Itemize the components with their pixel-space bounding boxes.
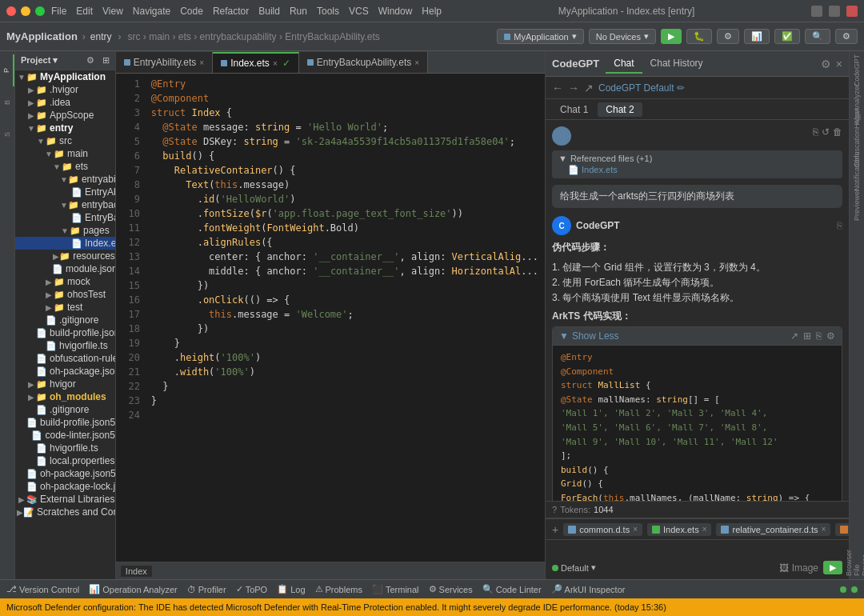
attachment-relative[interactable]: relative_container.d.ts × <box>716 523 830 536</box>
tree-item-module-json[interactable]: 📄 module.json5 <box>15 262 115 275</box>
tree-item-local-props[interactable]: 📄 local.properties <box>15 454 115 467</box>
attachment-common[interactable]: common.d.ts × <box>563 523 642 536</box>
tree-item-ohpackage2[interactable]: 📄 oh-package.json5 <box>15 467 115 480</box>
chat-tab-1[interactable]: Chat 1 <box>552 102 596 117</box>
minimize-window-btn[interactable] <box>21 6 30 16</box>
tree-item-ets[interactable]: ▼ 📁 ets <box>15 160 115 173</box>
tree-item-idea[interactable]: ▶ 📁 .idea <box>15 96 115 109</box>
tree-item-gitignore1[interactable]: 📄 .gitignore <box>15 314 115 326</box>
sidebar-gear-icon[interactable]: ⚙ <box>84 54 97 66</box>
tree-item-scratches[interactable]: ▶ 📝 Scratches and Consoles <box>15 506 115 518</box>
project-selector-btn[interactable]: MyApplication ▾ <box>497 29 583 44</box>
tree-item-oh-modules[interactable]: ▶ 📁 oh_modules <box>15 390 115 403</box>
menu-file[interactable]: File <box>51 6 66 17</box>
refresh-action-btn[interactable]: ↺ <box>822 126 830 138</box>
delete-action-btn[interactable]: 🗑 <box>833 126 842 138</box>
menu-view[interactable]: View <box>102 6 123 17</box>
tab-chat[interactable]: Chat <box>606 54 642 74</box>
copy-action-btn[interactable]: ⎘ <box>813 126 818 138</box>
left-icon-bookmarks[interactable]: B <box>0 86 14 118</box>
menu-build[interactable]: Build <box>258 6 280 17</box>
tree-item-entrybackup-file[interactable]: 📄 EntryBackupAbili... <box>15 211 115 224</box>
tree-item-ohostest[interactable]: ▶ 📁 ohosTest <box>15 288 115 301</box>
right-icon-previewer[interactable]: Previewer <box>850 189 864 221</box>
codegpt-back-btn[interactable]: ← <box>552 82 563 94</box>
code-action-settings[interactable]: ⚙ <box>826 330 835 342</box>
code-action-share[interactable]: ↗ <box>790 330 798 342</box>
chat-tab-2[interactable]: Chat 2 <box>598 102 642 117</box>
sidebar-layout-icon[interactable]: ⊞ <box>100 54 112 66</box>
tree-item-hvigor[interactable]: ▶ 📁 .hvigor <box>15 83 115 96</box>
debug-button[interactable]: 🐛 <box>686 29 712 44</box>
tab-index[interactable]: Index.ets × ✓ <box>213 52 299 73</box>
settings-btn[interactable]: ⚙ <box>835 29 858 44</box>
tree-item-src[interactable]: ▼ 📁 src <box>15 134 115 147</box>
menu-help[interactable]: Help <box>422 6 442 17</box>
maximize-window-btn[interactable] <box>35 6 45 16</box>
status-arkui-inspector[interactable]: 🔎 ArkUI Inspector <box>551 584 626 594</box>
status-todo[interactable]: ✓ ToPO <box>236 584 268 594</box>
right-icon-codegpt[interactable]: CodeGPT <box>850 54 864 86</box>
tree-item-resources[interactable]: ▶ 📁 resources <box>15 250 115 262</box>
tree-item-obfuscation[interactable]: 📄 obfuscation-rules.txt <box>15 352 115 365</box>
ref-header[interactable]: ▼ Referenced files (+1) <box>558 154 836 163</box>
tree-item-index-ets[interactable]: 📄 Index.ets <box>15 237 115 250</box>
model-selector[interactable]: Default ▾ <box>552 562 596 573</box>
tab-entryability[interactable]: EntryAbility.ets × <box>116 52 213 73</box>
menu-code[interactable]: Code <box>180 6 203 17</box>
tab-entrybackup[interactable]: EntryBackupAbility.ets × <box>299 52 428 73</box>
window-controls[interactable] <box>6 6 45 16</box>
tree-item-entrybackupability[interactable]: ▼ 📁 entrybackupability <box>15 198 115 211</box>
menu-navigate[interactable]: Navigate <box>133 6 170 17</box>
add-attachment-btn[interactable]: + <box>552 523 558 536</box>
run-button[interactable]: ▶ <box>661 29 682 44</box>
attachment-float[interactable]: float.json × <box>835 523 849 536</box>
menu-vcs[interactable]: VCS <box>349 6 369 17</box>
tree-item-entryability[interactable]: ▼ 📁 entryability <box>15 173 115 186</box>
attachment-index[interactable]: Index.ets × <box>647 523 711 536</box>
status-services[interactable]: ⚙ Services <box>429 584 473 594</box>
tree-item-entry[interactable]: ▼ 📁 entry <box>15 122 115 134</box>
menu-refactor[interactable]: Refactor <box>213 6 249 17</box>
show-less-btn[interactable]: ▼ Show Less <box>559 330 619 342</box>
image-attach-btn[interactable]: 🖼 Image <box>779 562 818 574</box>
device-selector-btn[interactable]: No Devices ▾ <box>589 29 656 44</box>
codegpt-close-icon[interactable]: × <box>836 58 842 70</box>
status-problems[interactable]: ⚠ Problems <box>315 584 362 594</box>
chat-input[interactable] <box>552 545 842 558</box>
menu-tools[interactable]: Tools <box>317 6 339 17</box>
tree-item-test[interactable]: ▶ 📁 test <box>15 301 115 314</box>
tree-item-pages[interactable]: ▼ 📁 pages <box>15 224 115 237</box>
attach-debugger-btn[interactable]: ⚙ <box>717 29 739 44</box>
tree-item-mock[interactable]: ▶ 📁 mock <box>15 275 115 288</box>
tree-item-hvigorfile2[interactable]: 📄 hvigorfile.ts <box>15 442 115 454</box>
right-icon-obfuscation[interactable]: ObfuscationHelper <box>850 122 864 154</box>
tree-item-gitignore2[interactable]: 📄 .gitignore <box>15 403 115 416</box>
left-icon-structure[interactable]: S <box>0 118 14 150</box>
tree-item-hvigor-folder[interactable]: ▶ 📁 hvigor <box>15 378 115 390</box>
search-everywhere-btn[interactable]: 🔍 <box>805 29 830 44</box>
tree-item-build-profile1[interactable]: 📄 build-profile.json5 <box>15 326 115 339</box>
tree-item-ohpackage-lock[interactable]: 📄 oh-package-lock.json5 <box>15 480 115 493</box>
code-action-copy[interactable]: ⎘ <box>816 330 822 342</box>
codegpt-forward-btn[interactable]: → <box>568 82 579 94</box>
code-text[interactable]: @Entry @Component struct Index { @State … <box>145 74 545 562</box>
status-log[interactable]: 📋 Log <box>277 584 305 594</box>
tab-chat-history[interactable]: Chat History <box>642 54 711 74</box>
code-action-expand[interactable]: ⊞ <box>803 330 811 342</box>
codegpt-share-btn[interactable]: ↗ <box>584 82 594 94</box>
restore-btn[interactable] <box>829 6 840 17</box>
tree-item-hvigorfile1[interactable]: 📄 hvigorfile.ts <box>15 339 115 352</box>
tree-item-entryability-file[interactable]: 📄 EntryAbility.ets <box>15 186 115 198</box>
status-code-linter[interactable]: 🔍 Code Linter <box>482 584 542 594</box>
status-profiler[interactable]: ⏱ Profiler <box>187 585 226 594</box>
tree-item-appscope[interactable]: ▶ 📁 AppScope <box>15 109 115 122</box>
right-icon-notifications[interactable]: Notifications <box>850 155 864 187</box>
tree-item-build-profile2[interactable]: 📄 build-profile.json5 <box>15 416 115 429</box>
coverage-btn[interactable]: ✅ <box>774 29 800 44</box>
codegpt-settings-icon[interactable]: ⚙ <box>821 58 831 70</box>
send-message-btn[interactable]: ▶ <box>823 561 842 574</box>
status-operation-analyzer[interactable]: 📊 Operation Analyzer <box>89 584 178 594</box>
tree-item-external-libs[interactable]: ▶ 📚 External Libraries <box>15 493 115 506</box>
menu-edit[interactable]: Edit <box>76 6 93 17</box>
